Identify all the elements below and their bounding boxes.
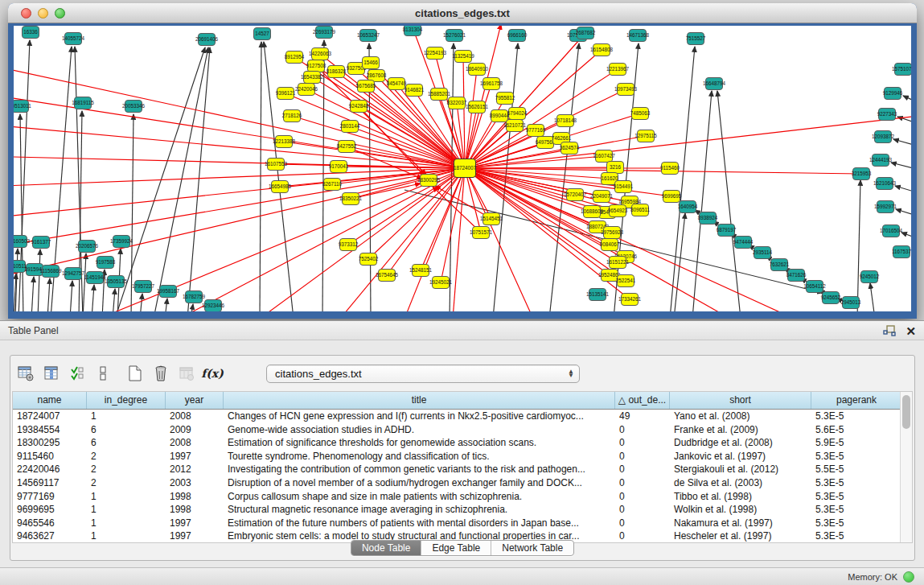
graph-edge[interactable] xyxy=(322,40,324,311)
graph-edge[interactable] xyxy=(113,289,115,311)
graph-node[interactable]: 17359924 xyxy=(110,236,133,248)
delete-table-icon[interactable] xyxy=(150,363,171,384)
graph-edge[interactable] xyxy=(348,168,465,245)
graph-node[interactable]: 10973493 xyxy=(614,84,638,96)
graph-edge[interactable] xyxy=(70,281,72,311)
graph-node[interactable]: 1167537 xyxy=(892,246,911,258)
graph-node[interactable]: 9161377 xyxy=(31,237,51,249)
table-row[interactable]: 1872400712008Changes of HCN gene express… xyxy=(13,410,900,423)
graph-node[interactable]: 9699695 xyxy=(662,191,682,203)
graph-edge[interactable] xyxy=(191,304,193,311)
graph-node[interactable]: 9245652 xyxy=(821,292,841,304)
graph-node[interactable]: 7955812 xyxy=(495,93,515,105)
graph-node[interactable]: 12254193 xyxy=(424,47,447,60)
graph-node[interactable]: 10653247 xyxy=(357,30,380,42)
graph-node[interactable]: 19958167 xyxy=(157,286,180,298)
graph-node[interactable]: 16782759 xyxy=(183,291,206,303)
graph-node[interactable]: 9127508 xyxy=(306,60,326,72)
graph-node[interactable]: 20053346 xyxy=(122,101,146,113)
table-row[interactable]: 946554611997Estimation of the future num… xyxy=(13,517,900,530)
graph-edge[interactable] xyxy=(131,114,133,311)
graph-edge[interactable] xyxy=(895,186,911,193)
table-row[interactable]: 1830029562008Estimation of significance … xyxy=(13,436,900,450)
table-row[interactable]: 977716911998Corpus callosum shape and si… xyxy=(13,490,900,504)
graph-node[interactable]: 7632621 xyxy=(770,259,790,271)
graph-node[interactable]: 16107553 xyxy=(265,159,288,171)
table-row[interactable]: 2242004622012Investigating the contribut… xyxy=(13,463,900,476)
graph-node[interactable]: 12923446 xyxy=(202,300,225,312)
graph-node[interactable]: 9245012 xyxy=(860,271,880,283)
graph-node[interactable]: 11451944 xyxy=(84,272,106,284)
graph-node[interactable]: 9197588 xyxy=(96,257,116,269)
graph-node[interactable]: 15248151 xyxy=(409,265,433,277)
graph-node[interactable]: 9154491 xyxy=(614,181,634,193)
graph-node[interactable]: 16961758 xyxy=(480,78,503,90)
rows-mode-icon[interactable] xyxy=(92,363,113,384)
table-panel-titlebar[interactable]: Table Panel ✕ xyxy=(0,321,924,340)
graph-node[interactable]: 8912954 xyxy=(285,51,305,64)
graph-node[interactable]: 19245021 xyxy=(429,277,453,289)
show-columns-icon[interactable] xyxy=(41,363,62,384)
graph-node[interactable]: 7515527 xyxy=(686,33,706,45)
citation-graph[interactable]: 1633614055724206914061452722693179106532… xyxy=(14,26,911,311)
graph-edge[interactable] xyxy=(31,277,34,311)
tab-node-table[interactable]: Node Table xyxy=(351,541,422,555)
graph-node[interactable]: 17334261 xyxy=(618,294,642,306)
graph-node[interactable]: 15992971 xyxy=(874,201,897,213)
graph-edge[interactable] xyxy=(857,180,860,311)
graph-node[interactable]: 16210721 xyxy=(503,120,527,132)
graph-node[interactable]: 16648794 xyxy=(703,78,726,90)
scrollbar-thumb[interactable] xyxy=(902,395,910,429)
graph-node[interactable]: 8938924 xyxy=(698,212,718,225)
graph-node[interactable]: 10718148 xyxy=(554,115,577,127)
column-header-in_degree[interactable]: in_degree xyxy=(87,392,166,409)
graph-node[interactable]: 15751074 xyxy=(892,64,911,76)
graph-node[interactable]: 15626151 xyxy=(466,101,489,113)
graph-edge[interactable] xyxy=(187,47,210,311)
graph-edge[interactable] xyxy=(893,139,911,146)
graph-node[interactable]: 12942757 xyxy=(62,268,85,280)
graph-node[interactable]: 15720407 xyxy=(564,189,587,201)
graph-edge[interactable] xyxy=(264,42,294,311)
graph-node[interactable]: 2945013 xyxy=(841,297,861,309)
graph-node[interactable]: 14671368 xyxy=(626,30,650,42)
graph-node[interactable]: 10688609 xyxy=(581,206,604,218)
graph-edge[interactable] xyxy=(347,146,422,179)
graph-node[interactable]: 12213388 xyxy=(273,136,296,148)
graph-node[interactable]: 20691406 xyxy=(195,34,219,46)
graph-node[interactable]: 14055724 xyxy=(62,33,85,45)
table-vertical-scrollbar[interactable] xyxy=(900,392,912,542)
tab-edge-table[interactable]: Edge Table xyxy=(421,541,491,555)
graph-node[interactable]: 22049071 xyxy=(590,191,614,203)
graph-edge[interactable] xyxy=(179,168,465,311)
column-header-year[interactable]: year xyxy=(166,392,224,409)
graph-node[interactable]: 12444193 xyxy=(869,154,893,167)
graph-edge[interactable] xyxy=(38,249,40,311)
column-header-name[interactable]: name xyxy=(13,392,87,409)
graph-edge[interactable] xyxy=(285,93,465,168)
graph-edge[interactable] xyxy=(903,96,911,103)
graph-edge[interactable] xyxy=(901,233,911,239)
graph-node[interactable]: 2687682 xyxy=(576,27,596,39)
graph-edge[interactable] xyxy=(140,294,142,311)
graph-node[interactable]: 8427552 xyxy=(337,141,357,153)
graph-node[interactable]: 3215953 xyxy=(852,168,872,180)
graph-edge[interactable] xyxy=(674,213,685,311)
network-canvas[interactable]: 1633614055724206914061452722693179106532… xyxy=(14,26,911,311)
graph-node[interactable]: 18300295 xyxy=(417,175,441,187)
graph-node[interactable]: 14527 xyxy=(254,28,271,40)
graph-node[interactable]: 2803144 xyxy=(340,121,360,133)
graph-node[interactable]: 11325419 xyxy=(452,51,474,63)
network-window-titlebar[interactable]: citations_edges.txt xyxy=(8,3,917,23)
graph-edge[interactable] xyxy=(165,299,167,311)
column-header-out_de[interactable]: △ out_de... xyxy=(615,392,670,409)
graph-node[interactable]: 8186328 xyxy=(326,66,347,78)
graph-edge[interactable] xyxy=(891,163,911,170)
graph-node[interactable]: 9129946 xyxy=(883,88,903,100)
graph-node[interactable]: 9474444 xyxy=(733,237,754,249)
graph-node[interactable]: 7485063 xyxy=(630,108,651,120)
graph-node[interactable]: 2718126 xyxy=(282,110,302,122)
graph-node[interactable]: 15145451 xyxy=(480,213,503,225)
float-panel-icon[interactable] xyxy=(883,325,896,336)
graph-node[interactable]: 8267110 xyxy=(322,179,343,191)
